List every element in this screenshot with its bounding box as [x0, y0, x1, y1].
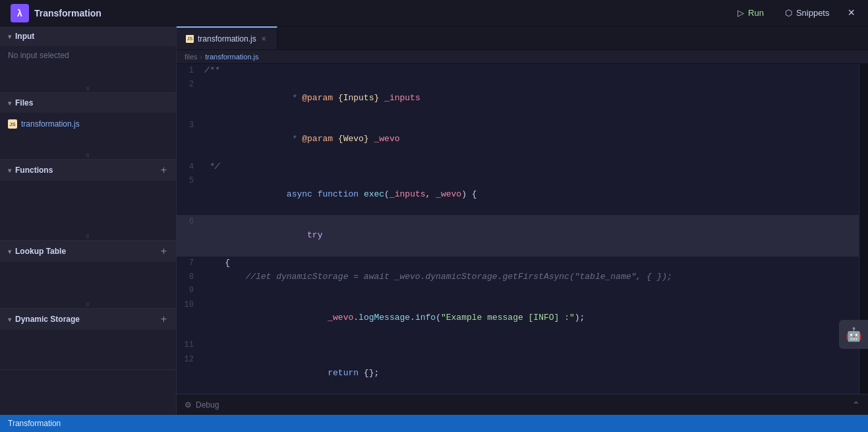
- run-label: Run: [748, 8, 764, 18]
- sidebar-section-dynamic-storage: ▾ Dynamic Storage +: [0, 309, 176, 370]
- line-content-10: _wevo.logMessage.info("Example message […: [204, 298, 859, 339]
- code-line-8: 8 //let dynamicStorage = await _wevo.dyn…: [177, 270, 859, 284]
- chat-button[interactable]: 🤖: [839, 320, 868, 349]
- tab-bar: JS transformation.js ×: [177, 26, 868, 50]
- editor-wrapper: JS transformation.js × files › transform…: [177, 26, 868, 415]
- sidebar-section-header-files[interactable]: ▾ Files: [0, 93, 176, 113]
- debug-bar: ⚙ Debug ⌃: [177, 394, 868, 415]
- sidebar-lookup-label: Lookup Table: [15, 247, 66, 256]
- code-line-11: 11: [177, 339, 859, 353]
- sidebar-files-label: Files: [15, 98, 33, 108]
- line-content-12: return {};: [204, 353, 859, 394]
- status-bar: Transformation: [0, 415, 868, 432]
- chevron-files-icon: ▾: [8, 100, 11, 107]
- line-content-4: */: [204, 160, 859, 174]
- line-content-6: try: [204, 215, 859, 256]
- line-num-7: 7: [177, 257, 204, 270]
- app-root: λ Transformation ▷ Run ⬡ Snippets × ▾: [0, 0, 868, 432]
- sidebar-dynamic-storage-label: Dynamic Storage: [15, 315, 80, 324]
- code-line-3: 3 * @param {Wevo} _wevo: [177, 119, 859, 160]
- code-line-6: 6 try: [177, 215, 859, 256]
- code-editor[interactable]: 1 /** 2 * @param {Inputs} _inputs: [177, 64, 859, 394]
- title-bar-right: ▷ Run ⬡ Snippets ×: [732, 3, 857, 22]
- drag-handle-lookup[interactable]: ⠿: [0, 301, 176, 308]
- line-content-5: async function exec(_inputs, _wevo) {: [204, 174, 859, 215]
- code-line-2: 2 * @param {Inputs} _inputs: [177, 78, 859, 119]
- status-bar-label: Transformation: [8, 419, 61, 428]
- no-input-text: No input selected: [8, 48, 69, 63]
- line-num-6: 6: [177, 216, 204, 228]
- add-function-button[interactable]: +: [159, 165, 168, 175]
- editor-area: JS transformation.js × files › transform…: [177, 26, 868, 415]
- sidebar-section-functions: ▾ Functions + ⠿: [0, 160, 176, 241]
- chevron-input-icon: ▾: [8, 33, 11, 40]
- code-line-7: 7 {: [177, 257, 859, 270]
- line-num-3: 3: [177, 119, 204, 132]
- line-num-1: 1: [177, 65, 204, 77]
- sidebar-section-header-input[interactable]: ▾ Input: [0, 26, 176, 46]
- chat-icon: 🤖: [846, 326, 862, 342]
- sidebar-functions-content: [0, 181, 176, 233]
- file-item-transformation[interactable]: JS transformation.js: [8, 117, 168, 131]
- sidebar-lookup-content: [0, 262, 176, 301]
- drag-handle-input[interactable]: ⠿: [0, 86, 176, 92]
- breadcrumb-sep: ›: [200, 53, 203, 61]
- sidebar-section-input: ▾ Input No input selected ⠿: [0, 26, 176, 93]
- snippets-label: Snippets: [796, 8, 830, 18]
- snippets-icon: ⬡: [785, 8, 792, 18]
- file-name: transformation.js: [21, 119, 80, 129]
- chevron-dynamic-storage-icon: ▾: [8, 316, 11, 323]
- run-button[interactable]: ▷ Run: [732, 5, 769, 20]
- line-content-3: * @param {Wevo} _wevo: [204, 119, 859, 160]
- line-num-4: 4: [177, 161, 204, 173]
- app-title: Transformation: [34, 8, 101, 18]
- tab-close-button[interactable]: ×: [260, 34, 268, 44]
- breadcrumb-files: files: [185, 53, 198, 61]
- drag-handle-functions[interactable]: ⠿: [0, 233, 176, 240]
- sidebar-input-label: Input: [15, 32, 34, 41]
- snippets-button[interactable]: ⬡ Snippets: [780, 5, 835, 20]
- debug-label: Debug: [196, 400, 219, 410]
- line-num-2: 2: [177, 78, 204, 91]
- sidebar-section-files: ▾ Files JS transformation.js ⠿: [0, 93, 176, 160]
- code-line-10: 10 _wevo.logMessage.info("Example messag…: [177, 298, 859, 339]
- run-icon: ▷: [738, 8, 744, 18]
- sidebar-section-header-functions[interactable]: ▾ Functions +: [0, 160, 176, 181]
- title-bar-left: λ Transformation: [11, 4, 101, 22]
- sidebar-dynamic-storage-content: [0, 330, 176, 369]
- code-line-1: 1 /**: [177, 64, 859, 78]
- line-content-7: {: [204, 257, 859, 270]
- drag-handle-files[interactable]: ⠿: [0, 152, 176, 159]
- line-num-9: 9: [177, 284, 204, 297]
- line-num-11: 11: [177, 339, 204, 352]
- line-content-1: /**: [204, 64, 859, 78]
- sidebar: ▾ Input No input selected ⠿ ▾ Files: [0, 26, 177, 415]
- add-lookup-button[interactable]: +: [159, 246, 168, 257]
- code-line-9: 9: [177, 284, 859, 298]
- main-layout: ▾ Input No input selected ⠿ ▾ Files: [0, 26, 868, 415]
- line-content-8: //let dynamicStorage = await _wevo.dynam…: [204, 270, 859, 284]
- breadcrumb-file: transformation.js: [205, 53, 258, 61]
- line-num-8: 8: [177, 271, 204, 284]
- code-line-5: 5 async function exec(_inputs, _wevo) {: [177, 174, 859, 215]
- line-num-5: 5: [177, 175, 204, 187]
- sidebar-input-content: No input selected: [0, 46, 176, 86]
- add-dynamic-storage-button[interactable]: +: [159, 314, 168, 324]
- code-line-4: 4 */: [177, 160, 859, 174]
- file-js-icon: JS: [8, 119, 17, 129]
- lambda-icon: λ: [11, 4, 29, 22]
- line-num-10: 10: [177, 299, 204, 311]
- close-button[interactable]: ×: [845, 3, 857, 22]
- sidebar-section-lookup: ▾ Lookup Table + ⠿: [0, 241, 176, 309]
- breadcrumb: files › transformation.js: [177, 50, 868, 64]
- tab-file-icon: JS: [186, 35, 194, 43]
- sidebar-files-content: JS transformation.js: [0, 113, 176, 152]
- debug-icon: ⚙: [185, 400, 192, 410]
- sidebar-section-header-dynamic-storage[interactable]: ▾ Dynamic Storage +: [0, 309, 176, 330]
- debug-collapse-button[interactable]: ⌃: [852, 400, 860, 410]
- debug-bar-left: ⚙ Debug: [185, 400, 219, 410]
- chevron-functions-icon: ▾: [8, 167, 11, 174]
- sidebar-section-header-lookup[interactable]: ▾ Lookup Table +: [0, 241, 176, 262]
- sidebar-functions-label: Functions: [15, 166, 53, 175]
- tab-transformation-js[interactable]: JS transformation.js ×: [177, 26, 277, 49]
